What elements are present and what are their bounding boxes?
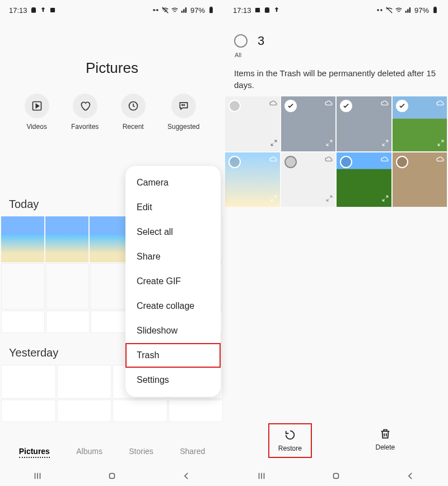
nav-home-icon[interactable] xyxy=(331,471,341,481)
trash-item[interactable] xyxy=(281,96,336,151)
status-time: 17:13 xyxy=(233,6,251,15)
category-label: Videos xyxy=(26,123,46,131)
thumbnail[interactable] xyxy=(113,400,167,422)
svg-rect-10 xyxy=(255,8,259,12)
nav-back-icon[interactable] xyxy=(181,471,192,481)
trash-item[interactable] xyxy=(225,152,280,207)
page-title: Pictures xyxy=(0,59,224,77)
trash-item[interactable] xyxy=(225,96,280,151)
tab-shared[interactable]: Shared xyxy=(180,447,205,458)
cloud-icon xyxy=(436,99,445,110)
tab-stories[interactable]: Stories xyxy=(129,447,153,458)
category-label: Recent xyxy=(123,123,144,131)
menu-item-create-gif[interactable]: Create GIF xyxy=(125,269,221,294)
trash-item[interactable] xyxy=(393,96,447,151)
status-left-icons xyxy=(254,6,281,14)
trash-item[interactable] xyxy=(393,152,447,207)
battery-icon xyxy=(431,6,439,14)
menu-item-slideshow[interactable]: Slideshow xyxy=(125,318,221,343)
svg-rect-3 xyxy=(209,7,213,13)
restore-button[interactable]: Restore xyxy=(268,423,312,458)
category-label: Suggested xyxy=(167,123,199,131)
trash-message: Items in the Trash will be permanently d… xyxy=(224,58,448,96)
category-videos[interactable]: Videos xyxy=(25,94,49,131)
thumbnail[interactable] xyxy=(46,263,90,309)
thumbnail[interactable] xyxy=(1,263,45,309)
expand-icon xyxy=(381,195,389,205)
expand-icon xyxy=(437,139,445,149)
nav-back-icon[interactable] xyxy=(405,471,416,481)
expand-icon xyxy=(325,139,333,149)
thumbnail[interactable] xyxy=(1,216,44,262)
item-checkbox[interactable] xyxy=(396,156,408,168)
cloud-icon xyxy=(324,155,333,166)
nav-bar xyxy=(0,466,224,486)
menu-item-camera[interactable]: Camera xyxy=(125,170,221,195)
trash-item[interactable] xyxy=(337,152,391,207)
thumbnail[interactable] xyxy=(46,311,90,333)
svg-rect-0 xyxy=(50,8,54,12)
category-favorites[interactable]: Favorites xyxy=(71,94,99,131)
restore-label: Restore xyxy=(278,445,302,452)
item-checkbox[interactable] xyxy=(340,156,352,168)
svg-point-7 xyxy=(181,105,183,106)
cloud-icon xyxy=(436,155,445,166)
expand-icon xyxy=(270,139,278,149)
select-all-label: All xyxy=(235,52,448,58)
selection-count: 3 xyxy=(258,34,264,48)
select-all-checkbox[interactable] xyxy=(234,34,248,48)
battery-icon xyxy=(207,6,215,14)
selection-header: 3 xyxy=(224,20,448,50)
item-checkbox-checked[interactable] xyxy=(284,100,297,112)
trash-item[interactable] xyxy=(337,96,391,151)
svg-rect-9 xyxy=(109,474,114,479)
thumbnail[interactable] xyxy=(57,365,112,399)
svg-point-12 xyxy=(380,9,382,11)
thumbnail[interactable] xyxy=(1,365,56,399)
menu-item-settings[interactable]: Settings xyxy=(125,368,221,392)
category-recent[interactable]: Recent xyxy=(121,94,146,131)
item-checkbox[interactable] xyxy=(228,156,241,168)
thumbnail[interactable] xyxy=(1,311,45,333)
cloud-icon xyxy=(380,155,389,166)
cloud-icon xyxy=(269,155,278,166)
tab-albums[interactable]: Albums xyxy=(76,447,102,458)
nav-home-icon[interactable] xyxy=(107,471,117,481)
menu-item-edit[interactable]: Edit xyxy=(125,195,221,220)
svg-rect-15 xyxy=(333,474,338,479)
trash-item[interactable] xyxy=(281,152,336,207)
item-checkbox-checked[interactable] xyxy=(340,100,352,112)
clock-icon xyxy=(128,100,139,112)
trash-grid xyxy=(224,96,448,207)
item-checkbox-checked[interactable] xyxy=(396,100,408,112)
tab-pictures[interactable]: Pictures xyxy=(19,447,50,458)
menu-item-select-all[interactable]: Select all xyxy=(125,220,221,244)
thumbnail[interactable] xyxy=(1,400,56,422)
delete-label: Delete xyxy=(375,443,395,451)
item-checkbox[interactable] xyxy=(284,156,297,168)
thumbnail[interactable] xyxy=(169,400,223,422)
status-right-icons xyxy=(376,6,412,14)
item-checkbox[interactable] xyxy=(228,100,241,112)
expand-icon xyxy=(325,195,333,205)
svg-point-8 xyxy=(184,105,185,106)
menu-item-share[interactable]: Share xyxy=(125,244,221,269)
nav-recents-icon[interactable] xyxy=(256,471,267,481)
delete-button[interactable]: Delete xyxy=(366,423,404,458)
status-bar: 17:13 97% xyxy=(224,0,448,20)
status-bar: 17:13 97% xyxy=(0,0,224,20)
cloud-icon xyxy=(380,99,389,110)
thumbnail[interactable] xyxy=(57,400,112,422)
action-bar: Restore Delete xyxy=(224,419,448,462)
category-suggested[interactable]: Suggested xyxy=(167,94,199,131)
play-square-icon xyxy=(31,100,43,112)
phone-right: 17:13 97% 3 All Items in the Trash will … xyxy=(224,0,448,486)
status-battery: 97% xyxy=(190,6,205,15)
menu-item-trash[interactable]: Trash xyxy=(125,343,221,368)
menu-item-create-collage[interactable]: Create collage xyxy=(125,294,221,318)
status-battery: 97% xyxy=(414,6,429,15)
thumbnail[interactable] xyxy=(45,216,88,262)
cloud-icon xyxy=(324,99,333,110)
bottom-tabs: Pictures Albums Stories Shared xyxy=(0,441,224,466)
nav-recents-icon[interactable] xyxy=(32,471,43,481)
